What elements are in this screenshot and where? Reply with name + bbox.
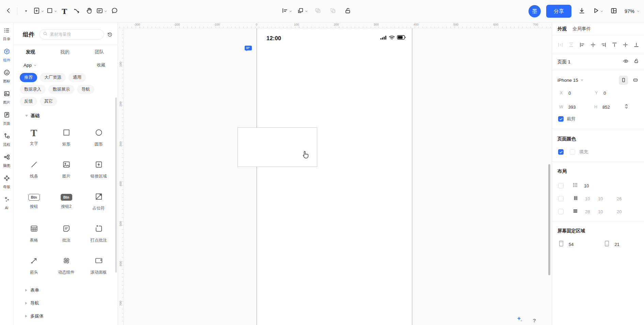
- shape-tool-button[interactable]: [46, 5, 57, 17]
- fill-color-swatch[interactable]: [570, 149, 575, 155]
- sidebar-item-components[interactable]: 组件: [0, 48, 14, 63]
- rows-margin-value[interactable]: 20: [617, 209, 622, 214]
- component-line[interactable]: 线条: [18, 154, 50, 186]
- sidebar-item-icons[interactable]: 图标: [0, 69, 14, 84]
- tab-mine[interactable]: 我的: [60, 49, 70, 55]
- component-button[interactable]: Btn 按钮: [18, 186, 50, 218]
- align-bottom-icon[interactable]: [633, 42, 639, 49]
- align-horizontal-center-icon[interactable]: [623, 42, 628, 49]
- orientation-portrait-button[interactable]: [619, 76, 628, 85]
- chip-navigation[interactable]: 导航: [77, 85, 94, 94]
- lock-toggle-button[interactable]: [343, 5, 353, 17]
- sidebar-item-images[interactable]: 图片: [0, 90, 14, 105]
- clip-checkbox[interactable]: [558, 116, 564, 122]
- chip-general[interactable]: 通用: [68, 73, 86, 82]
- search-input[interactable]: [50, 32, 84, 37]
- menu-caret-button[interactable]: [21, 5, 31, 17]
- fixed-top-value[interactable]: 54: [569, 242, 573, 247]
- ai-assistant-sparkle-icon[interactable]: [516, 316, 523, 324]
- page-label-tag[interactable]: [245, 46, 252, 51]
- note-tool-button[interactable]: [96, 5, 107, 17]
- component-link-area[interactable]: 链接区域: [82, 154, 115, 186]
- selected-rectangle[interactable]: [237, 127, 317, 167]
- preview-button[interactable]: [593, 5, 603, 17]
- page-row[interactable]: 页面 1: [552, 54, 644, 70]
- columns-gutter-value[interactable]: 10: [598, 196, 617, 201]
- component-annotation[interactable]: 批注: [50, 218, 82, 250]
- section-navigation[interactable]: 导航: [14, 297, 118, 310]
- tab-appearance[interactable]: 外观: [557, 26, 567, 32]
- fill-checkbox[interactable]: [558, 149, 564, 155]
- layout-columns-checkbox[interactable]: [558, 196, 564, 201]
- comment-tool-button[interactable]: [109, 5, 120, 17]
- phone-frame-iphone15[interactable]: 12:00: [257, 28, 412, 325]
- zoom-control[interactable]: 97%: [625, 9, 640, 14]
- sidebar-item-flow[interactable]: 流程: [0, 133, 14, 147]
- visibility-eye-icon[interactable]: [623, 58, 629, 65]
- favorites-link[interactable]: 收藏: [97, 62, 105, 68]
- section-base[interactable]: 基础: [14, 106, 118, 120]
- avatar[interactable]: 墨: [528, 5, 541, 17]
- search-box[interactable]: [39, 29, 104, 40]
- canvas-scrollbar[interactable]: [548, 164, 550, 275]
- history-icon[interactable]: [107, 32, 113, 37]
- aspect-lock-icon[interactable]: [624, 104, 629, 110]
- sidebar-item-ai[interactable]: AI: [0, 196, 14, 210]
- chip-recommended[interactable]: 推荐: [20, 73, 37, 82]
- connector-tool-button[interactable]: [72, 5, 82, 17]
- chip-other[interactable]: 其它: [40, 97, 57, 106]
- fixed-bottom-value[interactable]: 21: [614, 242, 619, 247]
- component-scroll-panel[interactable]: 滚动面板: [82, 250, 115, 282]
- tab-global-events[interactable]: 全局事件: [572, 26, 591, 32]
- y-value[interactable]: 0: [603, 91, 606, 96]
- section-charts[interactable]: 图表: [14, 323, 118, 325]
- unlock-icon[interactable]: [634, 58, 639, 65]
- device-dropdown[interactable]: iPhone 15: [557, 78, 584, 83]
- align-right-icon[interactable]: [601, 42, 607, 49]
- orientation-landscape-button[interactable]: [631, 76, 640, 85]
- category-dropdown[interactable]: App: [24, 63, 37, 68]
- hand-tool-button[interactable]: [84, 5, 94, 17]
- grid-size-value[interactable]: 10: [584, 183, 589, 188]
- text-tool-button[interactable]: T: [59, 5, 70, 17]
- component-dynamic[interactable]: 动态组件: [50, 250, 82, 282]
- panel-layout-button[interactable]: [609, 5, 619, 17]
- section-multimedia[interactable]: 多媒体: [14, 310, 118, 323]
- tab-discover[interactable]: 发现: [26, 49, 35, 55]
- align-top-icon[interactable]: [612, 42, 617, 49]
- layer-order-button[interactable]: [297, 5, 308, 17]
- add-page-button[interactable]: [33, 5, 44, 17]
- component-arrow[interactable]: 箭头: [18, 250, 50, 282]
- rows-count-value[interactable]: 28: [585, 209, 598, 214]
- chip-data-entry[interactable]: 数据录入: [20, 85, 46, 94]
- sidebar-item-pages[interactable]: 页面: [0, 111, 14, 126]
- sidebar-item-catalog[interactable]: 目录: [0, 27, 14, 42]
- layout-grid-checkbox[interactable]: [558, 183, 564, 188]
- layout-rows-checkbox[interactable]: [558, 209, 564, 214]
- align-vertical-center-icon[interactable]: [590, 42, 596, 49]
- columns-count-value[interactable]: 10: [585, 196, 598, 201]
- tab-team[interactable]: 团队: [95, 49, 104, 55]
- component-table[interactable]: 表格: [18, 218, 50, 250]
- help-button[interactable]: ?: [533, 318, 536, 323]
- distribute-vertical-icon[interactable]: [568, 42, 574, 49]
- component-image[interactable]: 图片: [50, 154, 82, 186]
- rows-gutter-value[interactable]: 10: [598, 209, 617, 214]
- share-button[interactable]: 分享: [546, 5, 571, 18]
- distribute-horizontal-icon[interactable]: [557, 42, 563, 49]
- align-left-icon[interactable]: [579, 42, 585, 49]
- chip-bigco[interactable]: 大厂资源: [40, 73, 66, 82]
- component-dot-annotation[interactable]: 打点批注: [82, 218, 115, 250]
- align-button[interactable]: [281, 5, 292, 17]
- panel-scrollbar[interactable]: [115, 97, 117, 273]
- component-rectangle[interactable]: 矩形: [50, 122, 82, 154]
- back-button[interactable]: [3, 5, 14, 17]
- sidebar-item-mindmap[interactable]: 脑图: [0, 154, 14, 168]
- x-value[interactable]: 0: [568, 91, 571, 96]
- component-circle[interactable]: 圆形: [82, 122, 115, 154]
- component-button2[interactable]: Btn 按钮2: [50, 186, 82, 218]
- chip-feedback[interactable]: 反馈: [20, 97, 37, 106]
- chip-data-display[interactable]: 数据展示: [48, 85, 74, 94]
- download-button[interactable]: [577, 5, 587, 17]
- sidebar-item-masters[interactable]: 母版: [0, 175, 14, 189]
